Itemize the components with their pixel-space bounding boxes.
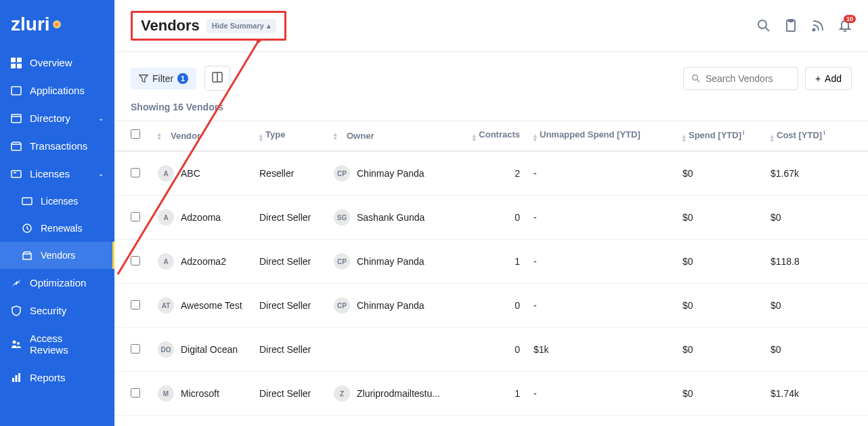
sort-icon[interactable]: ▴▾ [158,132,161,140]
filter-button[interactable]: Filter 1 [131,68,196,89]
search-icon[interactable] [757,19,771,33]
svg-rect-1 [17,58,22,62]
vendor-avatar: M [158,385,174,402]
sidebar-item-vendors[interactable]: Vendors [0,242,114,269]
unmapped-spend: - [534,168,682,179]
applications-icon [11,85,22,96]
table-row[interactable]: DODigital Ocean Direct Seller 0 $1k $0 $… [114,328,868,372]
vendor-avatar: AT [158,297,174,314]
add-button[interactable]: + Add [805,67,852,90]
optimization-icon [11,278,22,289]
sort-icon[interactable]: ▴▾ [473,133,476,142]
svg-rect-2 [11,64,16,68]
header-actions: 10 [757,19,852,33]
spend-value: $0 [682,168,771,179]
svg-rect-5 [12,114,21,123]
logo: zluri [0,0,114,49]
vendor-type: Direct Seller [259,256,334,267]
svg-point-13 [17,342,20,345]
notifications-icon[interactable]: 10 [838,19,852,33]
licenses-icon [11,169,22,179]
search-vendors-input[interactable] [683,67,798,90]
row-checkbox[interactable] [131,388,140,398]
row-checkbox[interactable] [131,344,140,354]
sidebar-item-label: Reports [30,372,66,383]
contracts-count: 2 [462,168,534,179]
sort-icon[interactable]: ▴▾ [534,133,537,142]
svg-rect-7 [12,171,21,177]
table-row[interactable]: AAdzooma2 Direct Seller CPChinmay Panda … [114,240,868,284]
spend-value: $0 [682,344,771,355]
clipboard-icon[interactable] [784,19,798,33]
owner-avatar: CP [334,165,350,182]
svg-line-27 [697,79,699,82]
owner-name: Chinmay Panda [357,256,425,267]
owner-avatar: Z [334,385,350,402]
col-owner-header: Owner [347,131,374,141]
row-checkbox[interactable] [131,300,140,310]
svg-point-12 [13,341,16,344]
row-checkbox[interactable] [131,168,140,177]
renewals-icon [22,223,32,234]
owner-name: Sashank Gunda [357,212,425,223]
sidebar-item-label: Vendors [41,250,75,261]
sidebar-item-optimization[interactable]: Optimization [0,269,114,297]
sort-icon[interactable]: ▴▾ [334,132,337,140]
table-row[interactable]: MMicrosoft Direct Seller ZZluriprodmailt… [114,372,868,416]
table-row[interactable]: AABC Reseller CPChinmay Panda 2 - $0 $1.… [114,152,868,196]
row-checkbox[interactable] [131,256,140,265]
vendor-avatar: A [158,253,174,270]
unmapped-spend: $1k [534,344,682,355]
svg-point-23 [813,29,815,31]
add-label: Add [825,73,842,84]
hide-summary-toggle[interactable]: Hide Summary ▴ [207,19,276,33]
sidebar-item-transactions[interactable]: Transactions [0,132,114,160]
columns-icon [212,72,223,83]
cost-value: $1.74k [771,388,852,399]
sort-icon[interactable]: ▴▾ [771,134,774,142]
sidebar-item-reports[interactable]: Reports [0,364,114,391]
transactions-icon [11,141,22,152]
vendor-avatar: DO [158,341,174,358]
sidebar-item-renewals[interactable]: Renewals [0,215,114,242]
sidebar-item-label: Transactions [30,140,87,152]
col-type-header: Type [265,129,285,140]
vendor-name: Adzooma2 [181,256,226,267]
sidebar-item-licenses-sub[interactable]: Licenses [0,188,114,215]
rss-icon[interactable] [811,19,825,33]
cost-value: $0 [771,212,852,223]
sort-icon[interactable]: ▴▾ [259,133,263,142]
owner-avatar: SG [334,209,350,226]
table-row[interactable]: ATAwesome Test Direct Seller CPChinmay P… [114,284,868,328]
sidebar: zluri Overview Applications Directory ⌄ … [0,0,114,426]
sidebar-item-label: Directory [30,112,70,124]
vendor-name: Digital Ocean [181,344,238,355]
sidebar-item-directory[interactable]: Directory ⌄ [0,104,114,132]
sidebar-item-overview[interactable]: Overview [0,49,114,77]
search-field[interactable] [706,73,789,84]
svg-rect-3 [17,64,22,68]
svg-rect-11 [23,254,31,259]
owner-name: Zluriprodmailtestu... [357,388,440,399]
caret-up-icon: ▴ [267,22,271,30]
sidebar-item-label: Access Reviews [30,333,104,356]
sidebar-item-access-reviews[interactable]: Access Reviews [0,324,114,364]
sidebar-item-security[interactable]: Security [0,297,114,324]
spend-value: $0 [682,256,771,267]
vendor-name: ABC [181,168,200,179]
sidebar-item-applications[interactable]: Applications [0,77,114,104]
row-checkbox[interactable] [131,212,140,221]
columns-button[interactable] [204,66,230,91]
col-unmapped-header: Unmapped Spend [YTD] [540,129,641,140]
select-all-checkbox[interactable] [131,129,140,139]
contracts-count: 0 [462,300,534,311]
svg-rect-0 [11,58,16,62]
notification-badge: 10 [844,15,856,23]
vendor-type: Direct Seller [259,388,334,399]
info-icon: i [823,129,825,136]
vendor-avatar: A [158,165,174,182]
sidebar-item-licenses[interactable]: Licenses ⌄ [0,160,114,188]
col-spend-header: Spend [YTD] [689,130,741,140]
sort-icon[interactable]: ▴▾ [682,134,686,142]
table-row[interactable]: AAdzooma Direct Seller SGSashank Gunda 0… [114,196,868,240]
